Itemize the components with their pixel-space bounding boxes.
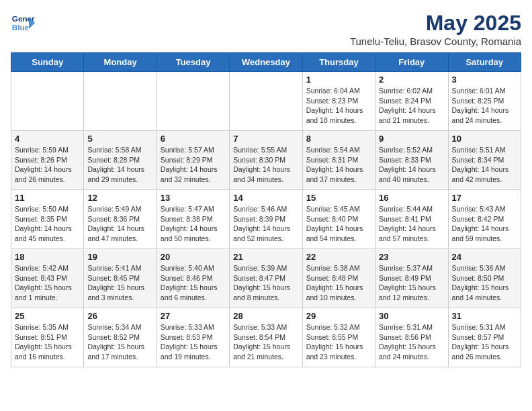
calendar-cell: [157, 72, 229, 131]
cell-date: 12: [87, 193, 152, 203]
calendar-subtitle: Tunelu-Teliu, Brasov County, Romania: [350, 36, 521, 47]
calendar-cell: 20Sunrise: 5:40 AMSunset: 8:46 PMDayligh…: [157, 249, 229, 308]
calendar-cell: 13Sunrise: 5:47 AMSunset: 8:38 PMDayligh…: [157, 190, 229, 249]
cell-date: 30: [379, 311, 444, 321]
day-header-saturday: Saturday: [448, 53, 521, 72]
cell-info: Sunrise: 5:57 AMSunset: 8:29 PMDaylight:…: [161, 145, 226, 185]
cell-info: Sunrise: 5:51 AMSunset: 8:34 PMDaylight:…: [452, 145, 517, 185]
calendar-cell: 1Sunrise: 6:04 AMSunset: 8:23 PMDaylight…: [302, 72, 375, 131]
calendar-week-1: 1Sunrise: 6:04 AMSunset: 8:23 PMDaylight…: [11, 72, 521, 131]
calendar-cell: 12Sunrise: 5:49 AMSunset: 8:36 PMDayligh…: [84, 190, 157, 249]
calendar-cell: 27Sunrise: 5:33 AMSunset: 8:53 PMDayligh…: [157, 308, 229, 367]
cell-date: 20: [161, 252, 226, 262]
calendar-cell: 3Sunrise: 6:01 AMSunset: 8:25 PMDaylight…: [448, 72, 521, 131]
cell-info: Sunrise: 5:44 AMSunset: 8:41 PMDaylight:…: [379, 204, 444, 244]
cell-date: 21: [233, 252, 298, 262]
cell-info: Sunrise: 5:59 AMSunset: 8:26 PMDaylight:…: [15, 145, 80, 185]
cell-date: 16: [379, 193, 444, 203]
cell-info: Sunrise: 5:33 AMSunset: 8:53 PMDaylight:…: [161, 322, 226, 362]
calendar-cell: 21Sunrise: 5:39 AMSunset: 8:47 PMDayligh…: [230, 249, 302, 308]
cell-info: Sunrise: 5:52 AMSunset: 8:33 PMDaylight:…: [379, 145, 444, 185]
cell-info: Sunrise: 5:55 AMSunset: 8:30 PMDaylight:…: [233, 145, 298, 185]
calendar-cell: 29Sunrise: 5:32 AMSunset: 8:55 PMDayligh…: [302, 308, 375, 367]
cell-info: Sunrise: 6:02 AMSunset: 8:24 PMDaylight:…: [379, 86, 444, 126]
cell-info: Sunrise: 5:40 AMSunset: 8:46 PMDaylight:…: [161, 263, 226, 303]
cell-info: Sunrise: 5:31 AMSunset: 8:57 PMDaylight:…: [452, 322, 517, 362]
day-header-tuesday: Tuesday: [157, 53, 229, 72]
calendar-cell: [230, 72, 302, 131]
cell-date: 22: [306, 252, 371, 262]
calendar-cell: 30Sunrise: 5:31 AMSunset: 8:56 PMDayligh…: [375, 308, 448, 367]
cell-info: Sunrise: 5:42 AMSunset: 8:43 PMDaylight:…: [15, 263, 80, 303]
cell-info: Sunrise: 5:50 AMSunset: 8:35 PMDaylight:…: [15, 204, 80, 244]
cell-date: 4: [15, 134, 80, 144]
calendar-table: SundayMondayTuesdayWednesdayThursdayFrid…: [11, 52, 521, 367]
days-header-row: SundayMondayTuesdayWednesdayThursdayFrid…: [11, 53, 521, 72]
cell-info: Sunrise: 5:37 AMSunset: 8:49 PMDaylight:…: [379, 263, 444, 303]
calendar-cell: 15Sunrise: 5:45 AMSunset: 8:40 PMDayligh…: [302, 190, 375, 249]
cell-date: 29: [306, 311, 371, 321]
cell-date: 27: [161, 311, 226, 321]
cell-date: 18: [15, 252, 80, 262]
cell-date: 11: [15, 193, 80, 203]
calendar-cell: 5Sunrise: 5:58 AMSunset: 8:28 PMDaylight…: [84, 131, 157, 190]
calendar-cell: 19Sunrise: 5:41 AMSunset: 8:45 PMDayligh…: [84, 249, 157, 308]
calendar-cell: 7Sunrise: 5:55 AMSunset: 8:30 PMDaylight…: [230, 131, 302, 190]
cell-info: Sunrise: 5:38 AMSunset: 8:48 PMDaylight:…: [306, 263, 371, 303]
calendar-cell: 8Sunrise: 5:54 AMSunset: 8:31 PMDaylight…: [302, 131, 375, 190]
page-header: General Blue May 2025 Tunelu-Teliu, Bras…: [11, 11, 521, 47]
cell-date: 28: [233, 311, 298, 321]
svg-text:Blue: Blue: [12, 23, 30, 32]
calendar-week-5: 25Sunrise: 5:35 AMSunset: 8:51 PMDayligh…: [11, 308, 521, 367]
cell-date: 26: [87, 311, 152, 321]
cell-date: 10: [452, 134, 517, 144]
cell-info: Sunrise: 5:58 AMSunset: 8:28 PMDaylight:…: [87, 145, 152, 185]
cell-date: 8: [306, 134, 371, 144]
cell-info: Sunrise: 5:54 AMSunset: 8:31 PMDaylight:…: [306, 145, 371, 185]
cell-date: 17: [452, 193, 517, 203]
cell-info: Sunrise: 6:01 AMSunset: 8:25 PMDaylight:…: [452, 86, 517, 126]
cell-info: Sunrise: 5:43 AMSunset: 8:42 PMDaylight:…: [452, 204, 517, 244]
calendar-cell: 2Sunrise: 6:02 AMSunset: 8:24 PMDaylight…: [375, 72, 448, 131]
calendar-cell: 6Sunrise: 5:57 AMSunset: 8:29 PMDaylight…: [157, 131, 229, 190]
title-area: May 2025 Tunelu-Teliu, Brasov County, Ro…: [350, 11, 521, 47]
cell-date: 15: [306, 193, 371, 203]
calendar-week-4: 18Sunrise: 5:42 AMSunset: 8:43 PMDayligh…: [11, 249, 521, 308]
cell-date: 19: [87, 252, 152, 262]
calendar-cell: [84, 72, 157, 131]
calendar-cell: 18Sunrise: 5:42 AMSunset: 8:43 PMDayligh…: [11, 249, 84, 308]
cell-date: 14: [233, 193, 298, 203]
calendar-cell: 22Sunrise: 5:38 AMSunset: 8:48 PMDayligh…: [302, 249, 375, 308]
cell-date: 31: [452, 311, 517, 321]
calendar-cell: 9Sunrise: 5:52 AMSunset: 8:33 PMDaylight…: [375, 131, 448, 190]
calendar-cell: 24Sunrise: 5:36 AMSunset: 8:50 PMDayligh…: [448, 249, 521, 308]
cell-info: Sunrise: 5:32 AMSunset: 8:55 PMDaylight:…: [306, 322, 371, 362]
calendar-cell: 25Sunrise: 5:35 AMSunset: 8:51 PMDayligh…: [11, 308, 84, 367]
cell-date: 2: [379, 75, 444, 85]
cell-info: Sunrise: 5:49 AMSunset: 8:36 PMDaylight:…: [87, 204, 152, 244]
day-header-thursday: Thursday: [302, 53, 375, 72]
cell-info: Sunrise: 5:33 AMSunset: 8:54 PMDaylight:…: [233, 322, 298, 362]
cell-date: 5: [87, 134, 152, 144]
day-header-monday: Monday: [84, 53, 157, 72]
cell-date: 6: [161, 134, 226, 144]
cell-date: 7: [233, 134, 298, 144]
calendar-cell: 31Sunrise: 5:31 AMSunset: 8:57 PMDayligh…: [448, 308, 521, 367]
cell-date: 1: [306, 75, 371, 85]
cell-date: 25: [15, 311, 80, 321]
cell-info: Sunrise: 6:04 AMSunset: 8:23 PMDaylight:…: [306, 86, 371, 126]
calendar-cell: 4Sunrise: 5:59 AMSunset: 8:26 PMDaylight…: [11, 131, 84, 190]
cell-info: Sunrise: 5:35 AMSunset: 8:51 PMDaylight:…: [15, 322, 80, 362]
calendar-cell: 10Sunrise: 5:51 AMSunset: 8:34 PMDayligh…: [448, 131, 521, 190]
cell-info: Sunrise: 5:39 AMSunset: 8:47 PMDaylight:…: [233, 263, 298, 303]
day-header-wednesday: Wednesday: [230, 53, 302, 72]
cell-info: Sunrise: 5:46 AMSunset: 8:39 PMDaylight:…: [233, 204, 298, 244]
calendar-week-3: 11Sunrise: 5:50 AMSunset: 8:35 PMDayligh…: [11, 190, 521, 249]
calendar-cell: [11, 72, 84, 131]
cell-date: 9: [379, 134, 444, 144]
cell-date: 3: [452, 75, 517, 85]
cell-date: 13: [161, 193, 226, 203]
cell-info: Sunrise: 5:47 AMSunset: 8:38 PMDaylight:…: [161, 204, 226, 244]
cell-date: 24: [452, 252, 517, 262]
calendar-cell: 26Sunrise: 5:34 AMSunset: 8:52 PMDayligh…: [84, 308, 157, 367]
